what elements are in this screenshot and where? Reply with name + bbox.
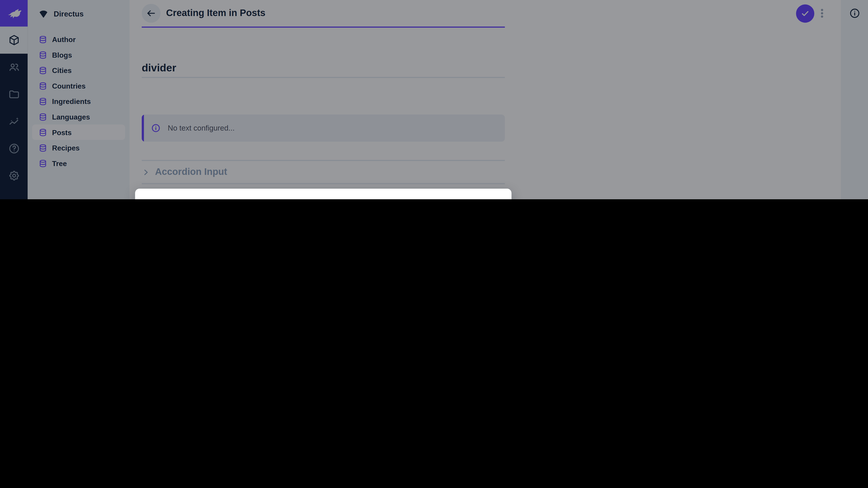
dim-overlay[interactable]	[0, 0, 868, 199]
directus-app: Directus Author Blogs Cities Countries I…	[0, 0, 868, 199]
detail-group-card[interactable]: Detail Group	[135, 189, 512, 199]
